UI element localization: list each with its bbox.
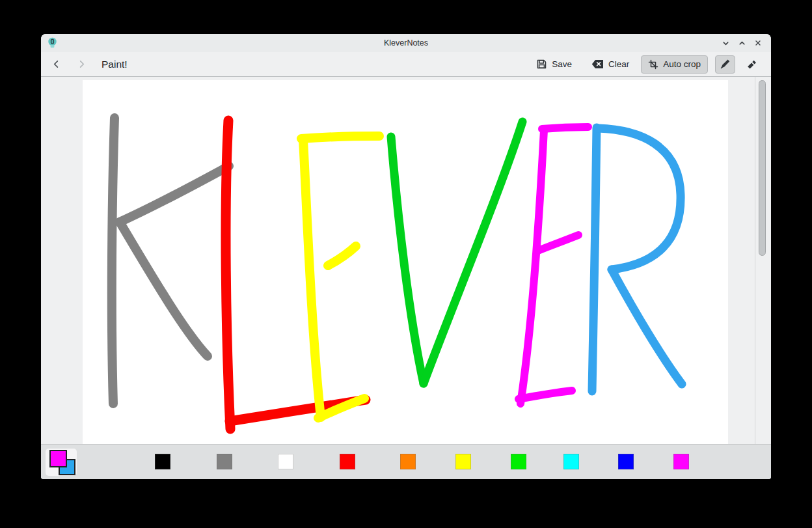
clear-button[interactable]: Clear xyxy=(591,59,629,69)
auto-crop-label: Auto crop xyxy=(663,59,701,69)
palette-swatch-cyan[interactable] xyxy=(563,454,579,469)
drawn-letter-e1 xyxy=(301,136,379,418)
drawn-letter-r xyxy=(592,128,682,391)
drawn-letter-l xyxy=(226,120,366,429)
paint-canvas[interactable] xyxy=(83,80,728,444)
page-title: Paint! xyxy=(102,59,128,70)
palette-swatch-black[interactable] xyxy=(155,454,170,469)
auto-crop-button[interactable]: Auto crop xyxy=(641,55,708,74)
palette-swatch-white[interactable] xyxy=(278,454,293,469)
titlebar: KleverNotes xyxy=(41,34,771,52)
klevernotes-window: KleverNotes Paint! xyxy=(41,34,771,479)
forward-button[interactable] xyxy=(75,59,87,70)
window-controls xyxy=(720,38,763,48)
drawn-letter-v xyxy=(391,122,522,383)
save-label: Save xyxy=(552,59,572,69)
pen-icon xyxy=(720,59,731,70)
drawn-letter-k xyxy=(112,118,229,404)
palette-swatch-red[interactable] xyxy=(340,454,355,469)
color-palette-bar xyxy=(41,444,771,479)
toolbar: Paint! Save Clear xyxy=(41,52,771,77)
eraser-tool-button[interactable] xyxy=(742,55,762,74)
back-button[interactable] xyxy=(50,59,62,70)
content-area xyxy=(41,77,771,444)
clear-label: Clear xyxy=(608,59,629,69)
palette-swatch-yellow[interactable] xyxy=(455,454,471,469)
palette-swatch-magenta[interactable] xyxy=(673,454,689,469)
drawn-letter-e2 xyxy=(519,127,588,404)
window-title: KleverNotes xyxy=(41,38,771,48)
toolbar-actions: Save Clear Auto crop xyxy=(536,55,762,74)
eraser-icon xyxy=(746,59,758,70)
palette-swatch-orange[interactable] xyxy=(400,454,416,469)
primary-color-swatch xyxy=(49,450,67,467)
maximize-button[interactable] xyxy=(737,38,747,48)
close-button[interactable] xyxy=(753,38,763,48)
palette-swatch-gray[interactable] xyxy=(217,454,232,469)
pen-tool-button[interactable] xyxy=(715,55,735,74)
save-icon xyxy=(536,59,547,70)
clear-backspace-icon xyxy=(591,59,604,69)
palette-swatch-green[interactable] xyxy=(511,454,526,469)
klever-drawing xyxy=(83,80,728,445)
app-lightbulb-icon xyxy=(47,37,57,49)
palette-swatch-blue[interactable] xyxy=(618,454,634,469)
scrollbar-thumb[interactable] xyxy=(759,80,766,256)
scrollbar-track[interactable] xyxy=(755,77,771,444)
save-button[interactable]: Save xyxy=(536,59,572,70)
current-color-indicator[interactable] xyxy=(46,449,77,476)
minimize-button[interactable] xyxy=(720,38,731,48)
crop-icon xyxy=(648,59,658,70)
